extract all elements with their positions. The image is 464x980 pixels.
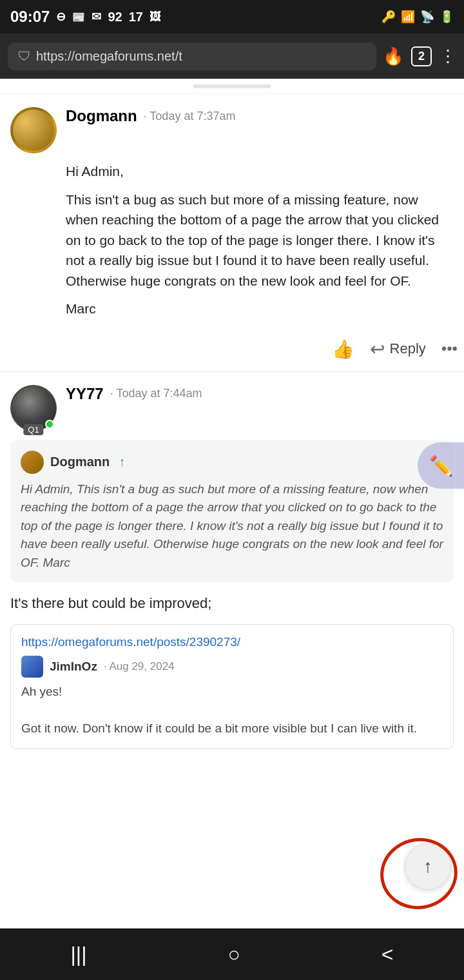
- post2-body: It's there but could be improved;: [10, 593, 454, 614]
- wifi-icon: 📡: [420, 10, 434, 24]
- browser-actions: 🔥 2 ⋮: [383, 46, 456, 66]
- link-text-2: Got it now. Don't know if it could be a …: [21, 720, 443, 738]
- scroll-to-top-button[interactable]: ↑: [405, 843, 451, 890]
- link-avatar: [21, 656, 43, 678]
- post2-header: Q1 YY77 · Today at 7:44am: [10, 385, 454, 431]
- post1-username: Dogmann: [66, 107, 137, 125]
- more-button[interactable]: •••: [441, 340, 458, 358]
- nav-back-button[interactable]: |||: [71, 943, 87, 966]
- link-author-row: JimInOz · Aug 29, 2024: [21, 656, 443, 678]
- browser-bar: 🛡 https://omegaforums.net/t 🔥 2 ⋮: [0, 34, 464, 79]
- link-author-name: JimInOz: [50, 660, 97, 674]
- post1-line1: Hi Admin,: [66, 161, 454, 182]
- post2-username: YY77: [66, 385, 104, 403]
- link-content: Ah yes! Got it now. Don't know if it cou…: [21, 683, 443, 738]
- url-text: https://omegaforums.net/t: [36, 49, 366, 64]
- email-icon: ✉: [92, 10, 101, 24]
- url-box[interactable]: 🛡 https://omegaforums.net/t: [8, 43, 376, 70]
- quote-author: Dogmann: [50, 455, 110, 469]
- post1: Dogmann · Today at 7:37am Hi Admin, This…: [0, 94, 464, 319]
- signal-icon: 📶: [401, 10, 415, 24]
- quote-text: Hi Admin, This isn't a bug as such but m…: [21, 480, 443, 573]
- quote-header: Dogmann ↑: [21, 451, 443, 474]
- reply-icon: ↩: [370, 338, 385, 360]
- battery-icon: 🔋: [440, 10, 454, 24]
- key-icon: 🔑: [382, 10, 396, 24]
- floating-edit-button[interactable]: ✏️: [418, 442, 464, 489]
- tab-count[interactable]: 2: [411, 46, 432, 66]
- post1-actions: 👍 ↩ Reply •••: [0, 327, 464, 372]
- quote-arrow-icon: ↑: [119, 455, 125, 469]
- like-button[interactable]: 👍: [332, 338, 354, 360]
- post2-avatar-wrapper: Q1: [10, 385, 57, 431]
- post2-meta: YY77 · Today at 7:44am: [66, 385, 454, 403]
- post1-timestamp: · Today at 7:37am: [144, 110, 236, 123]
- post1-meta: Dogmann · Today at 7:37am: [66, 107, 454, 125]
- arrow-up-icon: ↑: [423, 856, 432, 877]
- status-bar: 09:07 ⊖ 📰 ✉ 92 17 🖼 🔑 📶 📡 🔋: [0, 0, 464, 34]
- reply-label: Reply: [390, 340, 426, 357]
- news-icon: 📰: [72, 11, 85, 23]
- quote-avatar: [21, 451, 44, 474]
- link-url[interactable]: https://omegaforums.net/posts/2390273/: [21, 635, 443, 649]
- post1-avatar: [10, 107, 57, 153]
- image-icon: 🖼: [150, 10, 161, 24]
- notification-count2: 17: [129, 10, 143, 24]
- post1-content: Hi Admin, This isn't a bug as such but m…: [66, 161, 454, 319]
- thumbsup-icon: 👍: [332, 338, 354, 360]
- post2-timestamp: · Today at 7:44am: [110, 387, 202, 400]
- status-time: 09:07: [10, 8, 50, 26]
- link-text-1: Ah yes!: [21, 683, 443, 701]
- online-indicator: [45, 420, 54, 429]
- nav-forward-button[interactable]: <: [382, 943, 394, 966]
- reply-button[interactable]: ↩ Reply: [370, 338, 426, 360]
- nav-home-button[interactable]: ○: [227, 943, 240, 966]
- status-right: 🔑 📶 📡 🔋: [382, 10, 454, 24]
- post1-line2: This isn't a bug as such but more of a m…: [66, 190, 454, 291]
- post1-signature: Marc: [66, 299, 454, 319]
- post1-header: Dogmann · Today at 7:37am: [10, 107, 454, 153]
- dnd-icon: ⊖: [56, 10, 66, 24]
- notification-count: 92: [108, 10, 122, 24]
- fire-icon[interactable]: 🔥: [383, 46, 403, 66]
- quote-box: Dogmann ↑ Hi Admin, This isn't a bug as …: [10, 440, 454, 583]
- status-left: 09:07 ⊖ 📰 ✉ 92 17 🖼: [10, 8, 161, 26]
- menu-icon[interactable]: ⋮: [440, 46, 456, 66]
- more-icon: •••: [441, 340, 458, 358]
- shield-icon: 🛡: [18, 49, 31, 64]
- navigation-bar: ||| ○ <: [0, 928, 464, 980]
- q1-badge: Q1: [23, 424, 43, 435]
- post2: Q1 YY77 · Today at 7:44am Dogmann ↑ Hi A…: [0, 372, 464, 749]
- link-date: · Aug 29, 2024: [104, 660, 175, 673]
- pencil-icon: ✏️: [429, 455, 453, 477]
- link-card[interactable]: https://omegaforums.net/posts/2390273/ J…: [10, 624, 454, 749]
